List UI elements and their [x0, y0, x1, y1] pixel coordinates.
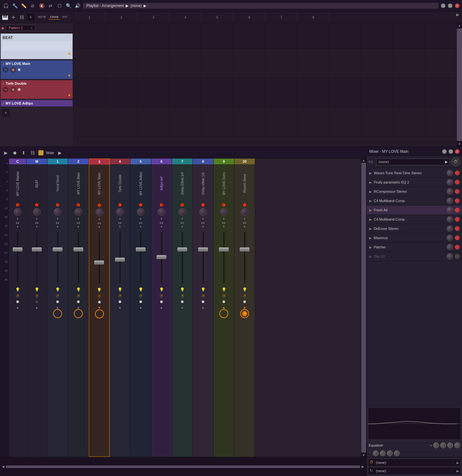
down-arrow-m[interactable]: ▼: [35, 226, 38, 228]
fx-effects-list[interactable]: ▶ Waves Tune Real-Time Stereo ▶ Fruity p…: [367, 168, 462, 406]
clock-icon-5[interactable]: ⏱: [138, 294, 143, 298]
fx-item-waves-tune[interactable]: ▶ Waves Tune Real-Time Stereo: [367, 168, 462, 178]
stereo-9[interactable]: ⇔: [222, 220, 226, 225]
light-icon-8[interactable]: 💡: [201, 287, 205, 292]
eq-clock-btn[interactable]: ⏱: [451, 157, 460, 166]
fader-5[interactable]: [130, 229, 151, 286]
fx-item-maximus[interactable]: ▶ Maximus: [367, 233, 462, 243]
dot-3[interactable]: [98, 301, 101, 303]
dot-5[interactable]: [139, 300, 142, 303]
ch-knob-5[interactable]: [137, 208, 145, 216]
fader-master[interactable]: [9, 229, 26, 286]
fader-handle-1[interactable]: [53, 247, 62, 251]
fx-restore-btn[interactable]: □: [449, 149, 453, 154]
up-arrow-small-4[interactable]: ▲: [118, 306, 121, 309]
fader-20[interactable]: [234, 229, 255, 286]
ch-knob-2[interactable]: [74, 208, 82, 216]
eq-knob-3[interactable]: [447, 442, 453, 448]
ch-knob-1[interactable]: [54, 208, 61, 216]
volume-icon[interactable]: 🔇: [38, 3, 45, 9]
ban-icon[interactable]: ⊘: [29, 3, 36, 9]
clock-icon-m[interactable]: ⏱: [35, 294, 39, 298]
fx-knob-4[interactable]: [447, 198, 453, 204]
fx-knob-3[interactable]: [447, 188, 453, 195]
piano-roll-icon[interactable]: 🎹: [2, 14, 8, 20]
stereo-m[interactable]: ⇔: [35, 220, 39, 225]
down-arrow-orange[interactable]: ▼: [98, 306, 101, 309]
up-arrow-small-2[interactable]: ▲: [77, 306, 80, 309]
scroll-up-btn[interactable]: ▲: [457, 23, 462, 28]
ch-knob-9[interactable]: [220, 208, 228, 216]
bottom-scrollbar-track[interactable]: [6, 465, 360, 468]
eq-preset-dropdown[interactable]: (none) ▶: [376, 159, 450, 165]
fader-handle-6[interactable]: [157, 255, 166, 259]
fader-9[interactable]: [214, 229, 234, 286]
playlist-scrollbar[interactable]: ▲ ▼: [457, 23, 462, 146]
ch-knob-m[interactable]: [33, 208, 41, 216]
eq-knob-5[interactable]: [373, 450, 379, 456]
down-arrow-3[interactable]: ▼: [98, 226, 101, 229]
clock-icon-20[interactable]: ⏱: [242, 294, 247, 298]
receive-slot-row[interactable]: ↻ (none) ▶: [368, 467, 461, 475]
clock-icon-master[interactable]: ⏱: [15, 294, 20, 298]
link-icon-2[interactable]: ⛓: [29, 150, 36, 156]
note-tab[interactable]: NOTE: [36, 15, 48, 20]
light-icon-master[interactable]: 💡: [15, 287, 20, 292]
dot-4[interactable]: [119, 300, 121, 303]
mixer-scroll-up[interactable]: ▲: [362, 159, 365, 162]
light-icon-1[interactable]: 💡: [55, 287, 60, 292]
up-arrow-3[interactable]: ▲: [98, 218, 101, 220]
fx-power-8[interactable]: [455, 236, 459, 240]
fx-knob-1[interactable]: [447, 170, 453, 176]
down-arrow-8[interactable]: ▼: [202, 226, 204, 228]
mixer-scroll-thumb[interactable]: [361, 163, 366, 453]
pat-tab[interactable]: PAT: [61, 15, 69, 20]
minimize-button[interactable]: –: [441, 4, 445, 8]
mute-btn-2[interactable]: 🔇: [10, 87, 16, 92]
route-circle-20-filled[interactable]: [240, 309, 249, 318]
eq-knob-4[interactable]: [454, 442, 460, 448]
fader-3[interactable]: [89, 229, 109, 287]
mixer-scrollbar[interactable]: ▲ ▼: [361, 159, 366, 457]
clock-icon-2[interactable]: ⏱: [76, 294, 81, 298]
fader-handle-20[interactable]: [240, 247, 249, 251]
fx-knob-5[interactable]: [447, 207, 453, 213]
fx-power-10[interactable]: [455, 254, 459, 259]
up-arrow-8[interactable]: ▲: [202, 217, 204, 220]
fx-knob-9[interactable]: [447, 244, 453, 250]
fx-item-slot10[interactable]: ▶ Slot 10: [367, 252, 462, 261]
fader-handle-8[interactable]: [198, 247, 208, 251]
fader-4[interactable]: [110, 229, 130, 286]
route-circle-2[interactable]: [74, 309, 83, 318]
light-icon-m[interactable]: 💡: [35, 287, 39, 292]
dot-6[interactable]: [160, 300, 163, 303]
up-arrow-small-7[interactable]: ▲: [181, 306, 184, 309]
light-icon-2[interactable]: 💡: [76, 287, 81, 292]
up-arrow-small-m[interactable]: ▲: [35, 306, 38, 309]
play-icon[interactable]: ▶: [3, 150, 9, 156]
route-circle-9[interactable]: [219, 309, 228, 318]
light-icon-6[interactable]: 💡: [159, 287, 164, 292]
grid-row-tiefe[interactable]: [74, 78, 457, 107]
mute-btn-1[interactable]: 🔇: [10, 67, 16, 73]
fader-handle-7[interactable]: [177, 247, 187, 251]
grid-row-beat[interactable]: [74, 23, 457, 49]
up-arrow-small-6[interactable]: ▲: [160, 306, 163, 309]
up-arrow-1[interactable]: ▲: [56, 217, 59, 220]
fx-power-2[interactable]: [455, 180, 459, 184]
fx-power-1[interactable]: [455, 171, 459, 175]
bottom-scroll-left[interactable]: ◀: [2, 465, 4, 468]
down-arrow-2[interactable]: ▼: [77, 226, 80, 228]
send-btn-2[interactable]: ↪: [3, 87, 8, 92]
up-arrow-6[interactable]: ▲: [160, 217, 163, 220]
ch-knob-8[interactable]: [199, 208, 207, 216]
ch-knob-master[interactable]: [14, 208, 21, 216]
fx-power-7[interactable]: [455, 226, 459, 231]
eq-knob-1[interactable]: [433, 442, 439, 448]
route-circle-3-orange[interactable]: [95, 309, 104, 318]
fx-item-rcompressor[interactable]: ▶ RCompressor Stereo: [367, 187, 462, 196]
down-arrow-master[interactable]: ▼: [16, 226, 19, 228]
up-arrow-orange-9[interactable]: ▲: [222, 306, 225, 309]
stereo-4[interactable]: ⇔: [118, 220, 122, 225]
up-arrow-4[interactable]: ▲: [119, 217, 121, 220]
